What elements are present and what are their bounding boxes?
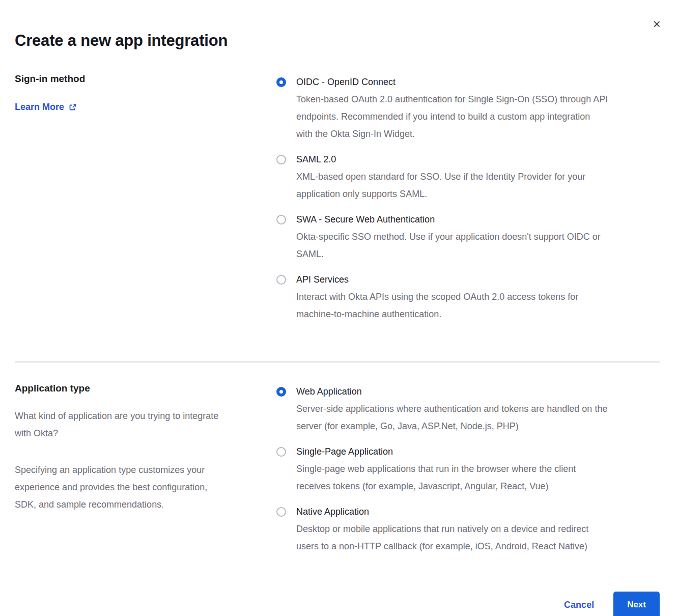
radio-option-row[interactable]: Web Application Server-side applications… xyxy=(276,383,660,435)
radio-option-description: Single-page web applications that run in… xyxy=(296,460,576,495)
radio-button-icon[interactable] xyxy=(276,447,286,457)
radio-option-description: XML-based open standard for SSO. Use if … xyxy=(296,168,585,203)
section-divider xyxy=(15,361,660,362)
radio-option-row[interactable]: Native Application Desktop or mobile app… xyxy=(276,503,660,555)
radio-option-label: Native Application xyxy=(296,503,588,520)
signin-options-list: OIDC - OpenID Connect Token-based OAuth … xyxy=(276,73,660,331)
radio-button-icon[interactable] xyxy=(276,275,286,285)
radio-option-row[interactable]: OIDC - OpenID Connect Token-based OAuth … xyxy=(276,73,660,143)
radio-option-row[interactable]: SAML 2.0 XML-based open standard for SSO… xyxy=(276,151,660,203)
signin-method-heading: Sign-in method xyxy=(15,73,266,85)
external-link-icon xyxy=(69,103,77,111)
radio-option-row[interactable]: Single-Page Application Single-page web … xyxy=(276,443,660,495)
radio-option-label: OIDC - OpenID Connect xyxy=(296,73,608,91)
learn-more-link[interactable]: Learn More xyxy=(15,102,77,113)
dialog-footer: Cancel Next xyxy=(15,592,660,616)
radio-option-description: Server-side applications where authentic… xyxy=(296,400,607,435)
application-type-explainer: Specifying an application type customize… xyxy=(15,461,266,513)
create-app-integration-dialog: × Create a new app integration Sign-in m… xyxy=(0,0,678,616)
radio-option-description: Interact with Okta APIs using the scoped… xyxy=(296,288,578,323)
radio-option-label: API Services xyxy=(296,271,578,288)
learn-more-label: Learn More xyxy=(15,102,64,113)
radio-button-icon[interactable] xyxy=(276,215,286,225)
dialog-title: Create a new app integration xyxy=(15,32,660,50)
radio-option-row[interactable]: API Services Interact with Okta APIs usi… xyxy=(276,271,660,323)
application-type-section: Application type What kind of applicatio… xyxy=(15,383,660,563)
next-button[interactable]: Next xyxy=(613,592,660,616)
cancel-button[interactable]: Cancel xyxy=(564,600,594,610)
radio-option-label: SWA - Secure Web Authentication xyxy=(296,211,601,228)
radio-button-icon[interactable] xyxy=(276,507,286,517)
radio-option-description: Okta-specific SSO method. Use if your ap… xyxy=(296,228,601,263)
application-type-heading: Application type xyxy=(15,383,266,394)
signin-method-section: Sign-in method Learn More OIDC - OpenID … xyxy=(15,73,660,331)
radio-button-icon[interactable] xyxy=(276,155,286,164)
radio-option-row[interactable]: SWA - Secure Web Authentication Okta-spe… xyxy=(276,211,660,263)
radio-option-label: Single-Page Application xyxy=(296,443,576,460)
radio-option-label: Web Application xyxy=(296,383,607,400)
radio-option-description: Desktop or mobile applications that run … xyxy=(296,520,588,555)
application-type-question: What kind of application are you trying … xyxy=(15,407,266,442)
radio-option-label: SAML 2.0 xyxy=(296,151,585,168)
application-type-options-list: Web Application Server-side applications… xyxy=(276,383,660,563)
radio-option-description: Token-based OAuth 2.0 authentication for… xyxy=(296,91,608,143)
radio-button-icon[interactable] xyxy=(276,387,286,397)
radio-button-icon[interactable] xyxy=(276,77,286,87)
close-icon[interactable]: × xyxy=(653,17,661,31)
